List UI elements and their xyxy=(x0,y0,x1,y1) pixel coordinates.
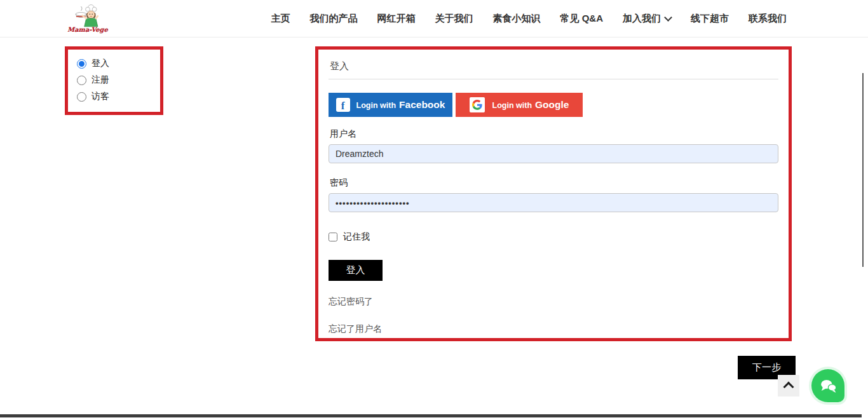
nav-item-join-us[interactable]: 加入我们 xyxy=(623,13,671,25)
nav-item-about[interactable]: 关于我们 xyxy=(435,13,473,25)
login-form-title: 登入 xyxy=(330,60,778,72)
remember-me-label: 记住我 xyxy=(343,231,370,243)
nav-item-contact[interactable]: 联系我们 xyxy=(749,13,787,25)
facebook-login-button[interactable]: f Login with Facebook xyxy=(329,93,452,117)
google-login-prefix: Login with xyxy=(492,101,532,110)
nav-item-veg-tips[interactable]: 素食小知识 xyxy=(493,13,541,25)
login-form: 登入 f Login with Facebook xyxy=(315,46,792,341)
nav-item-faq[interactable]: 常见 Q&A xyxy=(560,13,604,25)
svg-text:Mama-Vege: Mama-Vege xyxy=(67,26,108,34)
main-nav: 主页 我们的产品 网红开箱 关于我们 素食小知识 常见 Q&A 加入我们 线下超… xyxy=(271,0,787,37)
login-radio[interactable] xyxy=(77,59,86,69)
remember-me-checkbox[interactable] xyxy=(329,233,337,241)
register-radio-label: 注册 xyxy=(92,74,109,86)
facebook-login-prefix: Login with xyxy=(356,101,396,110)
nav-item-home[interactable]: 主页 xyxy=(271,13,290,25)
nav-item-unboxing[interactable]: 网红开箱 xyxy=(377,13,416,25)
top-navbar: Mama-Vege 主页 我们的产品 网红开箱 关于我们 素食小知识 常见 Q&… xyxy=(0,0,868,37)
login-radio-label: 登入 xyxy=(92,58,109,69)
mama-vege-logo-icon: Mama-Vege xyxy=(66,1,109,36)
nav-item-join-us-label: 加入我们 xyxy=(623,13,661,25)
guest-radio[interactable] xyxy=(77,92,86,102)
google-icon xyxy=(470,97,485,112)
google-login-brand: Google xyxy=(535,99,569,111)
remember-me-row[interactable]: 记住我 xyxy=(329,231,778,243)
username-field[interactable] xyxy=(329,144,778,163)
page: Mama-Vege 主页 我们的产品 网红开箱 关于我们 素食小知识 常见 Q&… xyxy=(0,0,868,420)
scroll-to-top-button[interactable] xyxy=(778,375,799,396)
account-type-box: 登入 注册 访客 xyxy=(65,46,163,115)
login-submit-button[interactable]: 登入 xyxy=(329,260,383,281)
account-type-option-register[interactable]: 注册 xyxy=(77,74,160,86)
nav-item-offline-store[interactable]: 线下超市 xyxy=(691,13,729,25)
social-login-row: f Login with Facebook Login with xyxy=(329,93,778,117)
chevron-down-icon xyxy=(664,13,672,22)
chat-bubbles-icon xyxy=(818,376,838,395)
facebook-icon: f xyxy=(336,98,350,112)
password-label: 密码 xyxy=(330,177,778,189)
chevron-up-icon xyxy=(783,382,794,393)
username-label: 用户名 xyxy=(330,128,778,140)
forgot-password-link[interactable]: 忘记密码了 xyxy=(329,296,778,308)
live-chat-button[interactable] xyxy=(811,369,844,402)
guest-radio-label: 访客 xyxy=(92,91,109,102)
account-type-option-login[interactable]: 登入 xyxy=(77,58,160,69)
account-type-option-guest[interactable]: 访客 xyxy=(77,91,160,102)
divider xyxy=(329,79,778,79)
brand-logo[interactable]: Mama-Vege xyxy=(66,1,109,36)
nav-item-products[interactable]: 我们的产品 xyxy=(310,13,358,25)
google-login-button[interactable]: Login with Google xyxy=(456,93,583,117)
password-field[interactable] xyxy=(329,193,778,212)
vertical-scrollbar[interactable] xyxy=(862,73,864,267)
forgot-username-link[interactable]: 忘记了用户名 xyxy=(329,323,778,335)
footer-top-bar xyxy=(0,414,862,417)
facebook-login-brand: Facebook xyxy=(399,99,445,111)
register-radio[interactable] xyxy=(77,76,86,85)
